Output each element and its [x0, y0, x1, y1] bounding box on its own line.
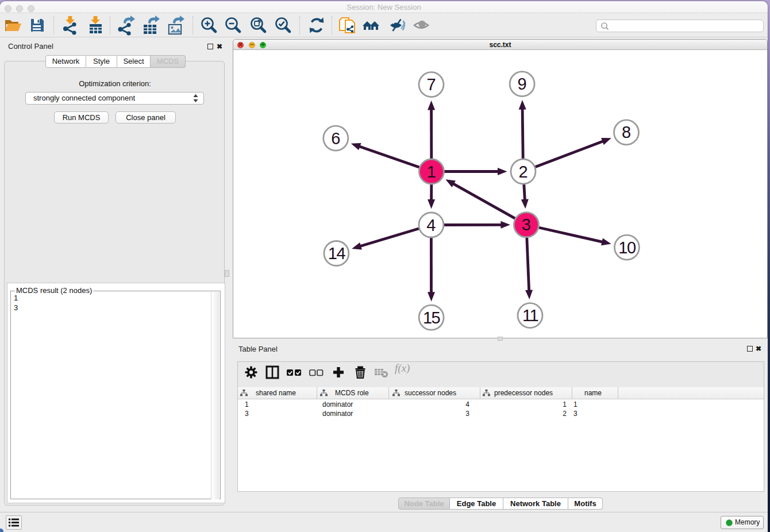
svg-text:6: 6	[331, 129, 340, 148]
svg-text:1: 1	[427, 163, 436, 181]
svg-text:10: 10	[618, 238, 636, 257]
svg-text:7: 7	[426, 75, 436, 94]
svg-text:3: 3	[522, 215, 531, 234]
svg-text:9: 9	[518, 75, 527, 93]
svg-text:8: 8	[622, 123, 631, 141]
svg-text:15: 15	[423, 309, 440, 327]
svg-text:11: 11	[522, 306, 538, 325]
svg-text:14: 14	[328, 244, 346, 263]
svg-text:4: 4	[426, 216, 436, 234]
svg-text:2: 2	[518, 163, 528, 181]
